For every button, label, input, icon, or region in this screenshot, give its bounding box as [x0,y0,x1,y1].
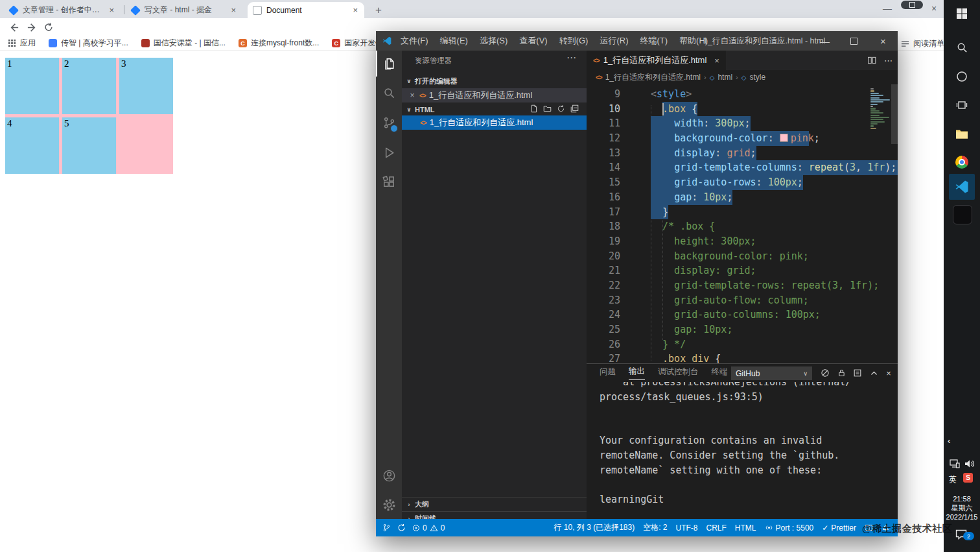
sidebar-more-icon[interactable]: ⋯ [566,52,576,64]
new-tab-button[interactable]: + [371,3,386,18]
ime-indicator[interactable]: 英 [949,474,957,485]
start-button[interactable] [955,6,969,21]
volume-icon[interactable] [964,458,975,470]
sogou-input-icon[interactable]: S [963,473,973,483]
menu-goto[interactable]: 转到(G) [554,31,594,51]
new-folder-icon[interactable] [543,104,552,113]
menu-selection[interactable]: 选择(S) [474,31,513,51]
indentation[interactable]: 空格: 2 [643,522,667,533]
account-icon[interactable] [376,462,402,488]
browser-tab-juejin-manage[interactable]: 文章管理 - 创作者中心 - 掘金 × [4,2,121,18]
code-editor[interactable]: 9101112131415161718192021222324252627 <s… [587,84,898,363]
task-view-icon[interactable] [955,98,969,112]
breadcrumb-file[interactable]: 1_行自适应和列自适应.html [605,72,701,83]
encoding[interactable]: UTF-8 [676,523,698,533]
menu-terminal[interactable]: 终端(T) [634,31,673,51]
bookmark-item[interactable]: C 连接mysql-front数... [239,38,319,49]
cursor-position[interactable]: 行 10, 列 3 (已选择183) [554,522,635,533]
refresh-icon[interactable] [557,104,565,113]
apps-shortcut[interactable]: 应用 [8,38,36,49]
breadcrumb-style[interactable]: style [749,73,765,82]
open-editor-item[interactable]: × <> 1_行自适应和列自适应.html [402,88,587,102]
search-icon[interactable] [376,80,402,106]
panel-tab-problems[interactable]: 问题 [600,366,616,380]
source-control-icon[interactable] [376,110,402,136]
vscode-maximize-button[interactable] [839,31,869,51]
timeline-section-header[interactable]: › 时间线 [402,511,587,519]
tab-close-icon[interactable]: × [229,5,237,15]
app-icon-dark[interactable] [953,205,972,224]
panel-tab-output[interactable]: 输出 [629,366,645,380]
problems-button[interactable]: 0 0 [412,523,445,533]
editor-tab-active[interactable]: <> 1_行自适应和列自适应.html × [587,51,726,70]
vscode-minimize-button[interactable]: — [810,31,839,51]
panel-tab-debug-console[interactable]: 调试控制台 [658,366,699,380]
live-server-port[interactable]: Port : 5500 [765,523,814,533]
file-explorer-icon[interactable] [955,126,969,141]
editor-scrollbar[interactable] [891,84,898,144]
minimap[interactable] [870,88,890,130]
back-icon[interactable] [8,21,19,33]
extensions-icon[interactable] [376,169,402,195]
bookmark-item[interactable]: 国信安课堂 - | 国信... [141,38,226,49]
new-file-icon[interactable] [530,104,538,113]
panel-tab-terminal[interactable]: 终端 [712,366,728,380]
open-log-icon[interactable] [852,368,863,378]
menu-run[interactable]: 运行(R) [594,31,634,51]
vscode-taskbar-icon[interactable] [949,174,975,200]
browser-restore-button[interactable] [901,1,923,9]
menu-edit[interactable]: 编辑(E) [434,31,474,51]
reading-list-button[interactable]: 阅读清单 [901,36,944,51]
tray-expand-icon[interactable]: ‹ [948,436,950,446]
language-mode[interactable]: HTML [735,523,756,533]
vscode-title-bar[interactable]: 文件(F) 编辑(E) 选择(S) 查看(V) 转到(G) 运行(R) 终端(T… [376,31,898,51]
taskbar-search-icon[interactable] [955,40,969,54]
browser-tab-juejin-write[interactable]: 写文章 - html - 掘金 × [126,2,242,18]
close-editor-icon[interactable]: × [408,91,416,100]
reload-icon[interactable] [43,21,54,33]
forward-icon[interactable] [26,21,38,33]
display-cast-icon[interactable] [949,458,961,470]
browser-close-button[interactable]: × [923,0,945,17]
open-editor-file-name: 1_行自适应和列自适应.html [429,90,533,101]
tab-close-icon[interactable]: × [351,5,359,15]
taskbar-clock[interactable]: 21:58 星期六 2022/1/15 [944,494,980,522]
cortana-icon[interactable] [955,69,969,84]
explorer-icon[interactable] [376,51,402,77]
eol-sequence[interactable]: CRLF [706,523,727,533]
browser-minimize-button[interactable]: — [876,0,898,17]
close-panel-icon[interactable]: × [883,368,894,378]
code-line: } [651,205,870,220]
lock-scroll-icon[interactable] [836,368,846,378]
bookmark-item[interactable]: 传智 | 高校学习平... [49,38,128,49]
run-debug-icon[interactable] [376,139,402,165]
editor-group: <> 1_行自适应和列自适应.html × ⋯ <> 1_行自适应和列自适应.h… [587,51,898,363]
sync-button[interactable] [397,523,406,532]
close-tab-icon[interactable]: × [714,56,719,66]
vscode-close-button[interactable]: × [869,31,898,51]
browser-tab-strip: 文章管理 - 创作者中心 - 掘金 × 写文章 - html - 掘金 × Do… [0,0,944,18]
breadcrumbs[interactable]: <> 1_行自适应和列自适应.html › ◇ html › ◇ style [587,70,898,84]
chrome-icon[interactable] [955,155,969,169]
outline-section-header[interactable]: › 大纲 [402,497,587,511]
menu-file[interactable]: 文件(F) [395,31,434,51]
output-line: at processTicksAndRejections (internal/ [600,382,898,390]
formatter[interactable]: ✓ Prettier [822,523,856,533]
settings-gear-icon[interactable] [376,492,402,518]
maximize-panel-icon[interactable] [869,368,879,378]
output-console[interactable]: at processTicksAndRejections (internal/p… [587,382,898,520]
browser-tab-document[interactable]: Document × [248,2,364,18]
breadcrumb-html[interactable]: html [718,73,732,82]
branch-button[interactable] [382,523,391,532]
collapse-all-icon[interactable] [570,104,579,113]
port-label: Port : 5500 [776,523,814,533]
menu-view[interactable]: 查看(V) [513,31,553,51]
folder-section-header[interactable]: ∨ HTML [402,102,587,117]
tree-file-item-selected[interactable]: <> 1_行自适应和列自适应.html [402,115,587,130]
clear-output-icon[interactable] [820,368,830,378]
tab-close-icon[interactable]: × [108,5,115,15]
open-editors-section-header[interactable]: ∨ 打开的编辑器 [402,74,587,88]
output-channel-select[interactable]: GitHub ∨ [731,366,812,380]
editor-more-actions-icon[interactable]: ⋯ [884,56,892,66]
split-editor-icon[interactable] [867,56,876,65]
